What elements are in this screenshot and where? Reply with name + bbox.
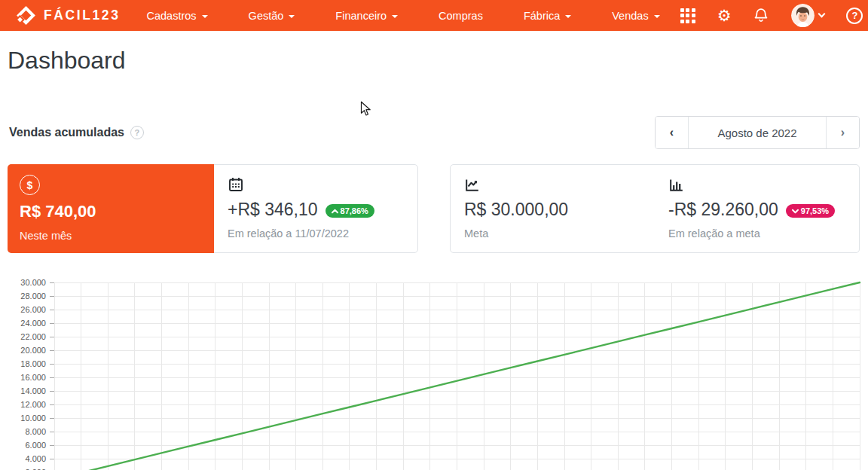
line-chart-canvas: 30.00028.00026.00024.00022.00020.00018.0…	[0, 277, 868, 470]
chevron-down-icon	[654, 15, 660, 18]
svg-text:4.000: 4.000	[25, 454, 46, 463]
brand-diamond-icon	[15, 5, 37, 26]
user-avatar	[791, 4, 815, 27]
kpi-cards-row: $ R$ 740,00 Neste mês +R$ 346,10	[8, 164, 860, 253]
svg-text:10.000: 10.000	[20, 414, 46, 423]
gear-icon[interactable]: ⚙	[717, 8, 732, 23]
caret-down-icon	[792, 209, 799, 214]
brand-logo[interactable]: FÁCIL123	[15, 5, 121, 26]
meta-comparison-card: -R$ 29.260,00 97,53% Em relação a meta	[655, 165, 859, 252]
nav-item-fabrica[interactable]: Fábrica	[503, 0, 591, 31]
chevron-down-icon	[289, 15, 295, 18]
month-picker: ‹ Agosto de 2022 ›	[655, 116, 860, 149]
nav-item-cadastros[interactable]: Cadastros	[127, 0, 228, 31]
nav-item-label: Financeiro	[335, 10, 387, 22]
day-comparison-value: +R$ 346,10	[228, 200, 318, 220]
svg-text:28.000: 28.000	[20, 291, 46, 301]
nav-item-label: Compras	[439, 10, 483, 22]
caret-up-icon	[332, 209, 338, 214]
svg-text:20.000: 20.000	[20, 346, 46, 355]
day-comparison-badge: 87,86%	[326, 204, 374, 218]
svg-text:16.000: 16.000	[20, 373, 46, 382]
svg-text:26.000: 26.000	[20, 305, 46, 314]
nav-item-label: Fábrica	[524, 10, 560, 22]
svg-text:14.000: 14.000	[20, 386, 46, 395]
current-month-value: R$ 740,00	[20, 202, 202, 221]
page-title: Dashboard	[8, 46, 860, 75]
chevron-down-icon	[565, 15, 571, 18]
section-title: Vendas acumuladas	[9, 126, 124, 139]
meta-comparison-value: -R$ 29.260,00	[668, 200, 778, 220]
main-content: Dashboard Vendas acumuladas ? ‹ Agosto d…	[0, 46, 868, 253]
brand-name: FÁCIL123	[44, 8, 121, 23]
month-label[interactable]: Agosto de 2022	[688, 117, 827, 148]
meta-card-group: R$ 30.000,00 Meta -R$ 29.260,00	[450, 164, 860, 253]
svg-text:18.000: 18.000	[20, 359, 46, 368]
next-month-button[interactable]: ›	[827, 117, 859, 148]
meta-card: R$ 30.000,00 Meta	[451, 165, 655, 252]
navbar-actions: ⚙ ?	[680, 4, 863, 27]
section-help-icon[interactable]: ?	[130, 126, 144, 139]
chevron-down-icon	[202, 15, 208, 18]
nav-item-vendas[interactable]: Vendas	[591, 0, 680, 31]
meta-label: Meta	[464, 227, 641, 240]
current-month-label: Neste mês	[20, 230, 202, 242]
prev-month-button[interactable]: ‹	[656, 117, 688, 148]
nav-item-compras[interactable]: Compras	[418, 0, 503, 31]
help-icon[interactable]: ?	[846, 8, 863, 24]
meta-value: R$ 30.000,00	[464, 200, 568, 220]
meta-comparison-badge: 97,53%	[786, 204, 835, 218]
dashboard-page: { "navbar": { "brand": "FÁCIL123", "item…	[0, 0, 868, 470]
trend-line-icon	[464, 176, 481, 193]
apps-grid-icon[interactable]	[680, 8, 695, 23]
current-month-card: $ R$ 740,00 Neste mês	[8, 164, 214, 253]
svg-text:22.000: 22.000	[20, 332, 46, 341]
day-comparison-label: Em relação a 11/07/2022	[228, 227, 404, 240]
chevron-down-icon	[818, 11, 826, 18]
day-comparison-card: +R$ 346,10 87,86% Em relação a 11/07/202…	[214, 165, 417, 252]
section-header: Vendas acumuladas ? ‹ Agosto de 2022 ›	[8, 116, 860, 149]
dollar-icon: $	[20, 175, 40, 195]
chevron-down-icon	[392, 15, 398, 18]
svg-text:8.000: 8.000	[25, 427, 46, 436]
navbar-menu: CadastrosGestãoFinanceiroComprasFábricaV…	[127, 0, 680, 31]
bell-icon[interactable]	[753, 7, 769, 24]
nav-item-label: Gestão	[249, 10, 284, 22]
svg-text:24.000: 24.000	[20, 319, 46, 328]
nav-item-gestao[interactable]: Gestão	[228, 0, 316, 31]
calendar-icon	[228, 176, 244, 193]
bar-chart-icon	[668, 176, 685, 193]
user-menu[interactable]	[791, 4, 824, 27]
meta-comparison-label: Em relação a meta	[668, 227, 845, 240]
svg-text:6.000: 6.000	[25, 441, 46, 450]
top-navbar: FÁCIL123 CadastrosGestãoFinanceiroCompra…	[0, 0, 868, 31]
svg-text:12.000: 12.000	[20, 400, 46, 409]
nav-item-label: Vendas	[612, 10, 648, 22]
nav-item-financeiro[interactable]: Financeiro	[315, 0, 418, 31]
nav-item-label: Cadastros	[147, 10, 197, 22]
svg-text:30.000: 30.000	[20, 278, 46, 287]
sales-accumulated-chart: 30.00028.00026.00024.00022.00020.00018.0…	[0, 277, 868, 470]
sales-summary-card-group: $ R$ 740,00 Neste mês +R$ 346,10	[8, 164, 418, 253]
